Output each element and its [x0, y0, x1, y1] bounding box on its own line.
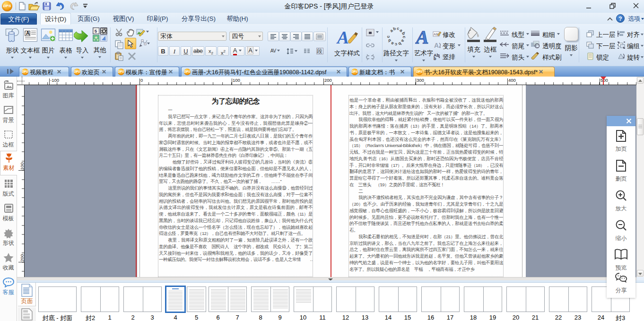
svg-text:A: A [434, 42, 439, 49]
svg-text:b: b [387, 38, 392, 43]
svg-text:5: 5 [94, 28, 97, 34]
svg-text:c: c [387, 35, 391, 38]
svg-text:A: A [336, 27, 349, 46]
svg-text:A: A [26, 30, 30, 36]
svg-text:b: b [392, 27, 396, 31]
svg-text:b: b [397, 41, 402, 46]
svg-text:b: b [434, 56, 436, 60]
svg-text:b: b [401, 31, 406, 36]
svg-text:c: c [395, 42, 397, 46]
svg-text:c: c [402, 36, 406, 38]
svg-text:A: A [415, 27, 429, 46]
